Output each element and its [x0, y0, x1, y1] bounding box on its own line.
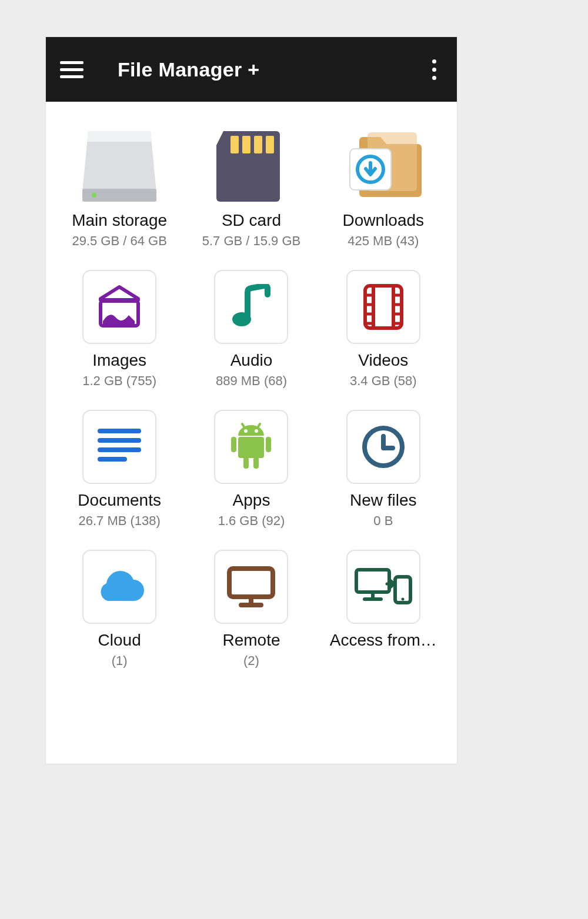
video-icon	[346, 270, 420, 344]
svg-marker-1	[87, 131, 152, 142]
app-window: File Manager + Main storage 29.5 GB / 64…	[46, 37, 457, 764]
remote-icon	[214, 550, 288, 624]
overflow-menu-icon[interactable]	[425, 58, 443, 81]
apps-icon	[214, 410, 288, 484]
item-label: SD card	[222, 211, 281, 230]
item-cloud[interactable]: Cloud (1)	[55, 550, 183, 690]
item-access-from[interactable]: Access from…	[319, 550, 447, 690]
item-label: Remote	[222, 631, 280, 650]
item-sub: (2)	[243, 653, 259, 669]
clock-icon	[346, 410, 420, 484]
item-label: Videos	[358, 351, 408, 370]
item-sub: 3.4 GB (58)	[350, 373, 417, 389]
svg-rect-32	[253, 457, 259, 469]
item-sub: 0 B	[373, 513, 393, 529]
item-audio[interactable]: Audio 889 MB (68)	[187, 270, 315, 410]
document-icon	[82, 410, 156, 484]
item-documents[interactable]: Documents 26.7 MB (138)	[55, 410, 183, 550]
svg-rect-7	[266, 136, 274, 153]
item-sub: 1.6 GB (92)	[218, 513, 285, 529]
item-label: Audio	[230, 351, 273, 370]
svg-point-45	[401, 598, 404, 601]
item-images[interactable]: Images 1.2 GB (755)	[55, 270, 183, 410]
item-sub: 1.2 GB (755)	[82, 373, 156, 389]
drive-icon	[75, 128, 163, 204]
item-remote[interactable]: Remote (2)	[187, 550, 315, 690]
item-sub: 26.7 MB (138)	[78, 513, 160, 529]
svg-point-36	[255, 429, 258, 433]
svg-rect-5	[242, 136, 250, 153]
svg-rect-38	[229, 569, 273, 597]
item-new-files[interactable]: New files 0 B	[319, 410, 447, 550]
access-icon	[346, 550, 420, 624]
app-bar: File Manager +	[46, 37, 457, 102]
item-main-storage[interactable]: Main storage 29.5 GB / 64 GB	[55, 128, 183, 270]
item-downloads[interactable]: Downloads 425 MB (43)	[319, 128, 447, 270]
svg-rect-41	[356, 570, 389, 592]
item-label: New files	[350, 491, 417, 510]
item-sub: 425 MB (43)	[348, 233, 419, 249]
svg-point-12	[232, 312, 251, 326]
cloud-icon	[82, 550, 156, 624]
svg-point-3	[92, 193, 96, 198]
image-icon	[82, 270, 156, 344]
item-label: Images	[92, 351, 146, 370]
item-label: Downloads	[343, 211, 425, 230]
item-sd-card[interactable]: SD card 5.7 GB / 15.9 GB	[187, 128, 315, 270]
item-label: Documents	[78, 491, 161, 510]
item-label: Access from…	[330, 631, 437, 650]
item-videos[interactable]: Videos 3.4 GB (58)	[319, 270, 447, 410]
downloads-icon	[339, 128, 427, 204]
svg-rect-4	[230, 136, 239, 153]
menu-icon[interactable]	[60, 58, 83, 81]
item-sub: 5.7 GB / 15.9 GB	[202, 233, 301, 249]
app-title: File Manager +	[118, 58, 259, 81]
audio-icon	[214, 270, 288, 344]
item-sub: 29.5 GB / 64 GB	[72, 233, 166, 249]
sdcard-icon	[207, 128, 295, 204]
svg-rect-29	[231, 437, 236, 452]
item-label: Main storage	[72, 211, 167, 230]
item-apps[interactable]: Apps 1.6 GB (92)	[187, 410, 315, 550]
svg-rect-31	[243, 457, 249, 469]
item-sub: 889 MB (68)	[216, 373, 287, 389]
svg-rect-13	[365, 286, 402, 328]
item-label: Cloud	[98, 631, 141, 650]
item-sub: (1)	[112, 653, 128, 669]
svg-point-35	[244, 429, 248, 433]
category-grid: Main storage 29.5 GB / 64 GB SD card 5.7…	[46, 102, 457, 690]
svg-rect-28	[238, 437, 264, 458]
svg-rect-6	[254, 136, 262, 153]
item-label: Apps	[233, 491, 270, 510]
svg-rect-30	[266, 437, 271, 452]
